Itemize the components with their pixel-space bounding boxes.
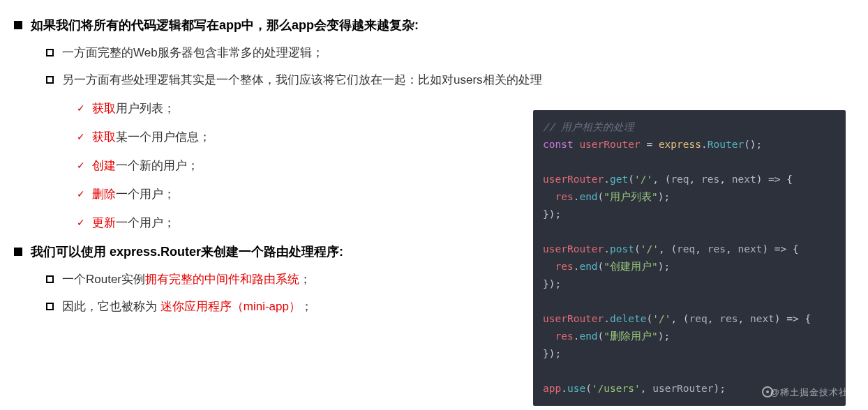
hollow-square-icon [46,76,54,84]
code-line [543,293,836,310]
code-line: }); [543,275,836,293]
bullet-sub-1: 一方面完整的Web服务器包含非常多的处理逻辑； [46,45,854,61]
check-text-4: 删除一个用户； [92,186,175,202]
square-bullet-icon [14,21,22,29]
check-text-1: 获取用户列表； [92,100,175,116]
code-line: userRouter.post('/', (req, res, next) =>… [543,241,836,258]
check-icon: ✓ [77,102,85,114]
check-icon: ✓ [77,131,85,142]
code-line: res.end("用户列表"); [543,188,836,206]
bullet-sub-2: 另一方面有些处理逻辑其实是一个整体，我们应该将它们放在一起：比如对users相关… [46,72,854,88]
check-icon: ✓ [77,160,85,171]
sub-text-1: 一方面完整的Web服务器包含非常多的处理逻辑； [62,45,324,61]
hollow-square-icon [46,303,54,310]
hollow-square-icon [46,49,54,56]
code-line: res.end("删除用户"); [543,328,836,345]
code-snippet: // 用户相关的处理 const userRouter = express.Ro… [533,110,846,406]
code-line: }); [543,345,836,363]
code-line: const userRouter = express.Router(); [543,136,836,153]
check-text-2: 获取某一个用户信息； [92,129,211,145]
sub-text-2: 另一方面有些处理逻辑其实是一个整体，我们应该将它们放在一起：比如对users相关… [62,72,542,88]
code-line [543,153,836,171]
check-text-5: 更新一个用户； [92,215,175,231]
code-line: userRouter.get('/', (req, res, next) => … [543,171,836,188]
code-line: userRouter.delete('/', (req, res, next) … [543,310,836,328]
check-icon: ✓ [77,188,85,199]
code-line [543,223,836,241]
sub-text-3: 一个Router实例拥有完整的中间件和路由系统； [62,271,311,287]
check-text-3: 创建一个新的用户； [92,158,199,174]
hollow-square-icon [46,275,54,283]
code-line: }); [543,206,836,223]
bullet-main-1: 如果我们将所有的代码逻辑都写在app中，那么app会变得越来越复杂: [14,17,854,33]
code-line: res.end("创建用户"); [543,258,836,275]
code-line: // 用户相关的处理 [543,119,836,136]
main-text-1: 如果我们将所有的代码逻辑都写在app中，那么app会变得越来越复杂: [31,17,419,33]
watermark-text: @稀土掘金技术社区 [770,386,858,399]
sub-text-4: 因此，它也被称为 迷你应用程序（mini-app）； [62,298,313,314]
main-text-2: 我们可以使用 express.Router来创建一个路由处理程序: [31,243,343,260]
square-bullet-icon [14,248,22,256]
check-icon: ✓ [77,217,85,228]
code-line [543,363,836,380]
